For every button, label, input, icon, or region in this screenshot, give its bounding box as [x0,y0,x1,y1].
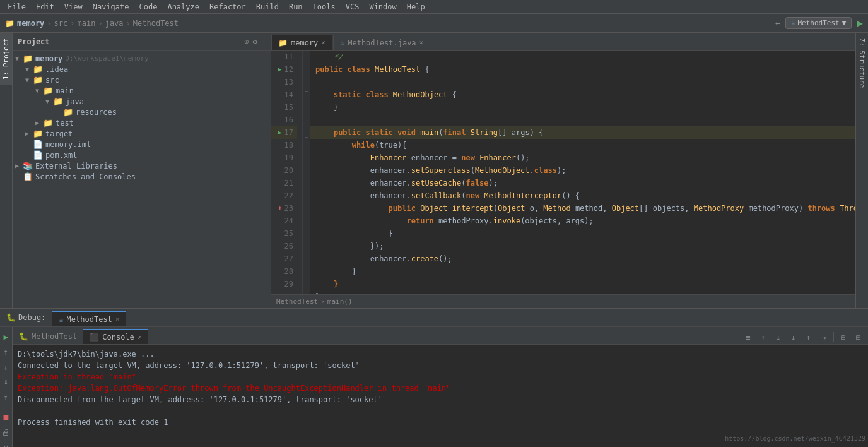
step-out[interactable]: ⬇ [0,375,13,389]
project-tab[interactable]: 1: Project [0,33,12,85]
menu-view[interactable]: View [59,0,88,13]
menu-refactor[interactable]: Refactor [204,0,251,13]
editor-breadcrumb: MethodTest › main() [271,294,855,308]
fold-14[interactable]: − [303,85,310,97]
menu-file[interactable]: File [3,0,31,13]
tree-item-src[interactable]: ▼ 📁 src [13,74,271,85]
settings-btn2[interactable]: ⚙ [0,440,13,447]
tree-arrow: ▼ [25,76,33,83]
tab-methodtest-debug-close[interactable]: × [115,315,120,323]
tree-item-test[interactable]: ▶ 📁 test [13,117,271,128]
menu-vcs[interactable]: VCS [341,0,365,13]
sep [2,407,11,407]
cls-string: String [471,126,498,139]
tab-methodtest-close[interactable]: × [419,39,424,47]
menu-tools[interactable]: Tools [308,0,341,13]
debugger-label: MethodTest [32,332,77,341]
step-over-up[interactable]: ↑ [0,345,13,359]
folder-icon: 📁 [33,64,43,74]
scratches-icon: 📋 [23,172,33,181]
menu-help[interactable]: Help [402,0,430,13]
tab-memory[interactable]: 📁 memory × [271,35,332,50]
menu-run[interactable]: Run [284,0,308,13]
tree-arrow: ▼ [45,98,53,105]
tree-item-iml[interactable]: 📄 memory.iml [13,139,271,150]
step-over[interactable]: ↑ [0,390,13,404]
bottom-left-tabs: ▶ ↑ ↓ ⬇ ↑ ■ 🖨 ⚙ [0,327,13,447]
line-numbers: 11 ▶ 12 13 14 15 16 ▶ 17 18 19 20 21 22 [271,51,303,294]
fold-18[interactable]: − [303,132,310,143]
debug-marker-23: ⬆ [278,202,282,215]
target-folder-icon: 📁 [33,129,43,138]
scroll-up2-btn[interactable]: ↑ [802,330,816,344]
code-line-26: }); [310,240,855,253]
step-into[interactable]: ↓ [0,360,13,374]
back-button[interactable]: ⬅ [775,18,780,28]
code-line-16 [310,114,855,126]
fold-17[interactable]: − [303,120,310,131]
code-line-28: } [310,265,855,278]
menu-edit[interactable]: Edit [31,0,59,13]
scroll-down-btn[interactable]: ↓ [771,330,785,344]
linenum-28: 28 [271,265,297,278]
scroll-down2-btn[interactable]: ↓ [787,330,801,344]
fold-22[interactable]: − [303,178,310,189]
tree-arrow [56,109,63,116]
tree-label-iml: memory.iml [45,140,91,149]
print-btn[interactable]: 🖨 [0,425,13,439]
fold-12[interactable]: − [303,62,310,73]
structure-tab[interactable]: 7: Structure [856,33,868,93]
locate-icon[interactable]: ⊕ [244,37,249,46]
left-tabs: 1: Project [0,33,13,308]
tab-memory-label: memory [291,39,318,47]
menu-window[interactable]: Window [364,0,401,13]
run-button[interactable]: ▶ [857,17,863,29]
table-btn[interactable]: ⊞ [836,330,850,344]
tree-item-idea[interactable]: ▼ 📁 .idea [13,64,271,74]
fold-31 [303,283,310,294]
code-content[interactable]: */ public class MethodTest { static clas… [310,51,855,294]
tab-debugger[interactable]: 🐛 MethodTest [13,329,83,344]
tree-label-test: test [56,119,74,128]
fold-15 [303,97,310,109]
tree-item-resources[interactable]: 📁 resources [13,107,271,117]
debug-main: 🐛 MethodTest ⬛ Console ↗ ≡ ↑ ↓ ↓ ↑ → [13,327,868,447]
tree-item-java[interactable]: ▼ 📁 java [13,96,271,107]
title-bar: 📁 memory › src › main › java › MethodTes… [0,14,868,33]
menu-analyze[interactable]: Analyze [162,0,204,13]
code-line-15: } [310,101,855,114]
tree-item-memory[interactable]: ▼ 📁 memory D:\workspace1\memory [13,53,271,64]
tree-item-scratches[interactable]: 📋 Scratches and Consoles [13,171,271,182]
panel-title: Project [18,37,50,46]
menu-navigate[interactable]: Navigate [88,0,134,13]
menu-bar: File Edit View Navigate Code Analyze Ref… [0,0,868,14]
collapse-icon[interactable]: − [261,37,266,46]
tab-methodtest[interactable]: ☕ MethodTest.java × [333,35,430,50]
breadcrumb: 📁 memory › src › main › java › MethodTes… [5,19,179,28]
scroll-up-btn[interactable]: ↑ [756,330,770,344]
resume-btn[interactable]: ▶ [0,330,13,343]
tab-console[interactable]: ⬛ Console ↗ [83,329,148,344]
run-config-selector[interactable]: ☕ MethodTest ▼ [785,17,852,29]
method-intercept: intercept [452,202,493,215]
tree-item-pom[interactable]: 📄 pom.xml [13,150,271,160]
menu-build[interactable]: Build [251,0,284,13]
tree-item-target[interactable]: ▶ 📁 target [13,128,271,139]
settings-icon[interactable]: ⚙ [253,37,257,46]
clear-btn[interactable]: ⊟ [852,330,865,344]
debug-icon: 🐛 [6,313,16,322]
tree-item-main[interactable]: ▼ 📁 main [13,85,271,96]
tree-item-external-libraries[interactable]: ▶ 📚 External Libraries [13,160,271,171]
stop-btn[interactable]: ■ [0,410,13,424]
fold-23 [303,190,310,201]
tab-methodtest-debug[interactable]: ☕ MethodTest × [52,311,126,326]
cls-methodobject2: MethodObject [475,164,530,177]
fold-24 [303,201,310,213]
arrow-right-btn[interactable]: → [817,330,831,344]
bottom-content: ▶ ↑ ↓ ⬇ ↑ ■ 🖨 ⚙ 🐛 MethodTest ⬛ [0,327,868,447]
linenum-11: 11 [271,51,297,63]
format-btn[interactable]: ≡ [741,330,755,344]
linenum-19: 19 [271,152,297,164]
tab-memory-close[interactable]: × [321,39,326,47]
menu-code[interactable]: Code [134,0,163,13]
